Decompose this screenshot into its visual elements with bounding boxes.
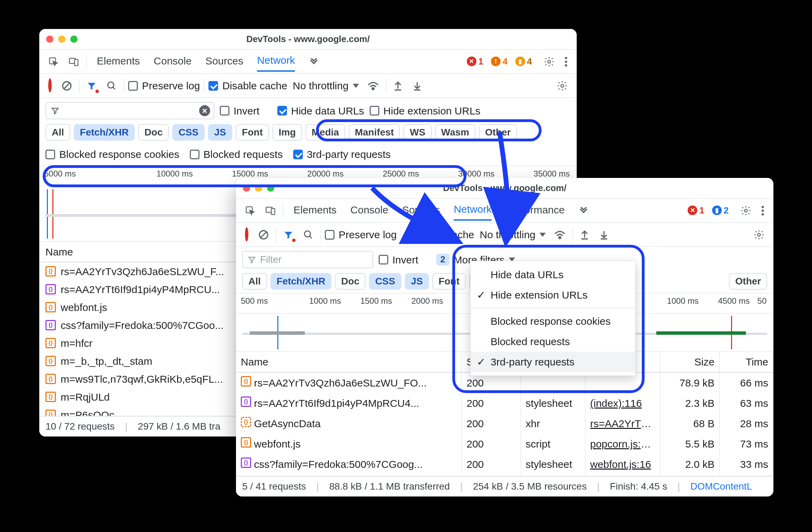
minimize-dot[interactable] <box>58 36 65 43</box>
tab-performance[interactable]: Performance <box>505 201 565 220</box>
invert-checkbox[interactable]: Invert <box>220 104 259 118</box>
wifi-icon[interactable] <box>364 78 382 93</box>
tab-strip: Elements Console Sources Network ✕1 !4 ▮… <box>39 50 577 74</box>
chip-img[interactable]: Img <box>273 124 302 141</box>
chip-all[interactable]: All <box>45 124 70 141</box>
kebab-icon[interactable] <box>758 202 767 219</box>
throttling-select[interactable]: No throttling <box>291 77 360 94</box>
tab-network[interactable]: Network <box>257 51 295 72</box>
chip-font[interactable]: Font <box>432 273 466 290</box>
gear-icon[interactable] <box>751 227 767 243</box>
inspect-icon[interactable] <box>242 203 258 219</box>
blocked-response-cookies-checkbox[interactable]: Blocked response cookies <box>45 148 179 161</box>
chip-other[interactable]: Other <box>479 124 517 141</box>
menu-hide-data-urls[interactable]: Hide data URLs <box>471 264 635 285</box>
svg-line-21 <box>260 231 267 238</box>
filter-input[interactable]: Filter <box>242 251 373 268</box>
close-dot[interactable] <box>46 36 53 43</box>
close-dot[interactable] <box>243 184 250 192</box>
extra-filter-checks: Blocked response cookies Blocked request… <box>39 144 577 166</box>
menu-third-party-requests[interactable]: ✓3rd-party requests <box>471 352 635 372</box>
gear-icon[interactable] <box>738 202 754 219</box>
window-controls[interactable] <box>46 29 78 49</box>
chip-manifest[interactable]: Manifest <box>349 124 400 141</box>
preserve-log-checkbox[interactable]: Preserve log <box>128 79 200 92</box>
download-icon[interactable] <box>410 78 425 94</box>
filter-input[interactable] <box>45 102 214 119</box>
minimize-dot[interactable] <box>255 184 262 192</box>
hide-data-urls-checkbox[interactable]: Hide data URLs <box>277 104 364 118</box>
chip-media[interactable]: Media <box>306 124 345 141</box>
kebab-icon[interactable] <box>562 53 571 70</box>
download-icon[interactable] <box>596 227 611 243</box>
chip-other[interactable]: Other <box>729 273 767 290</box>
upload-icon[interactable] <box>577 227 592 243</box>
zoom-dot[interactable] <box>70 36 78 43</box>
chip-doc[interactable]: Doc <box>335 273 366 290</box>
clear-icon[interactable] <box>255 227 272 243</box>
chip-js[interactable]: JS <box>208 124 232 141</box>
zoom-dot[interactable] <box>267 184 274 192</box>
disable-cache-checkbox[interactable]: Disable cache <box>208 79 287 92</box>
filter-icon[interactable] <box>280 227 296 243</box>
filter-icon[interactable] <box>84 78 100 94</box>
chip-fetchxhr[interactable]: Fetch/XHR <box>270 273 332 290</box>
tab-sources[interactable]: Sources <box>205 52 243 71</box>
chip-all[interactable]: All <box>242 273 267 290</box>
tab-sources[interactable]: Sources <box>402 201 440 220</box>
chip-ws[interactable]: WS <box>403 124 431 141</box>
tab-console[interactable]: Console <box>154 52 192 71</box>
more-tabs-icon[interactable] <box>309 58 319 65</box>
table-row: rs=AA2YrTt6If9d1pi4yP4MpRCU4...200styles… <box>236 393 773 413</box>
record-button[interactable] <box>242 225 251 243</box>
clear-icon[interactable] <box>199 105 210 116</box>
more-tabs-icon[interactable] <box>578 207 589 214</box>
invert-checkbox[interactable]: Invert <box>379 253 418 267</box>
chip-css[interactable]: CSS <box>172 124 205 141</box>
warning-badge[interactable]: !4 <box>491 56 507 68</box>
error-badge[interactable]: ✕1 <box>467 56 483 68</box>
tab-console[interactable]: Console <box>350 201 388 220</box>
col-size[interactable]: Size <box>660 352 720 373</box>
menu-blocked-response-cookies[interactable]: Blocked response cookies <box>471 311 635 331</box>
hide-extension-urls-checkbox[interactable]: Hide extension URLs <box>370 104 481 118</box>
chip-doc[interactable]: Doc <box>138 124 169 141</box>
stylesheet-icon <box>45 284 56 294</box>
network-toolbar: Preserve log Disable cache No throttling <box>39 74 577 98</box>
preserve-log-checkbox[interactable]: Preserve log <box>325 228 397 241</box>
third-party-requests-checkbox[interactable]: 3rd-party requests <box>293 148 391 161</box>
blocked-requests-checkbox[interactable]: Blocked requests <box>190 148 283 161</box>
chip-wasm[interactable]: Wasm <box>435 124 475 141</box>
col-name[interactable]: Name <box>236 352 462 373</box>
col-time[interactable]: Time <box>720 352 773 373</box>
tab-elements[interactable]: Elements <box>294 201 337 220</box>
device-icon[interactable] <box>262 203 279 219</box>
chip-css[interactable]: CSS <box>369 273 401 290</box>
comment-badge[interactable]: ▮2 <box>712 205 729 217</box>
chip-fetchxhr[interactable]: Fetch/XHR <box>74 124 135 141</box>
upload-icon[interactable] <box>390 78 405 94</box>
chip-js[interactable]: JS <box>405 273 429 290</box>
stylesheet-icon <box>45 320 56 330</box>
more-filters-menu[interactable]: Hide data URLs ✓Hide extension URLs Bloc… <box>470 261 636 376</box>
clear-icon[interactable] <box>59 78 75 94</box>
menu-hide-extension-urls[interactable]: ✓Hide extension URLs <box>471 285 635 305</box>
chip-font[interactable]: Font <box>236 124 269 141</box>
gear-icon[interactable] <box>554 78 571 94</box>
record-button[interactable] <box>45 77 54 94</box>
error-badge[interactable]: ✕1 <box>688 205 704 217</box>
device-icon[interactable] <box>65 54 82 70</box>
search-icon[interactable] <box>104 78 120 94</box>
titlebar: DevTools - www.google.com/ <box>39 29 577 50</box>
menu-blocked-requests[interactable]: Blocked requests <box>471 331 635 352</box>
inspect-icon[interactable] <box>45 54 61 70</box>
search-icon[interactable] <box>300 227 316 243</box>
issues-badge[interactable]: ▮4 <box>515 56 532 68</box>
window-controls[interactable] <box>243 178 274 198</box>
throttling-select[interactable]: No throttling <box>479 226 547 243</box>
tab-elements[interactable]: Elements <box>97 52 140 71</box>
gear-icon[interactable] <box>541 53 557 70</box>
wifi-icon[interactable] <box>551 227 568 242</box>
tab-network[interactable]: Network <box>454 200 492 221</box>
disable-cache-checkbox[interactable]: sable cache <box>405 228 474 241</box>
